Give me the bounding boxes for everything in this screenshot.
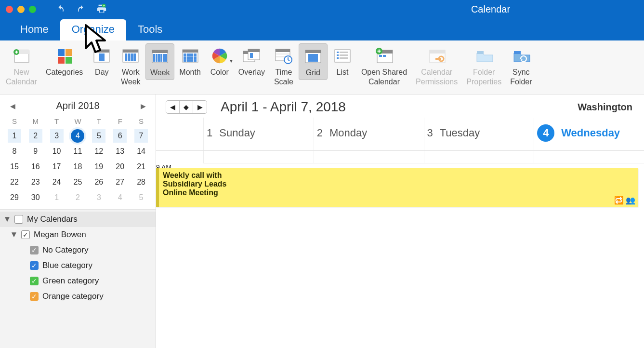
- mini-cal-day[interactable]: 17: [50, 160, 64, 174]
- mini-cal-day[interactable]: 1: [50, 191, 64, 204]
- allday-cell[interactable]: [203, 151, 314, 163]
- mini-cal-day[interactable]: 23: [29, 175, 42, 189]
- mini-cal-day[interactable]: 28: [134, 175, 148, 189]
- day-view-button[interactable]: Day: [88, 43, 116, 79]
- svg-rect-4: [58, 49, 65, 56]
- mini-cal-day[interactable]: 27: [113, 175, 127, 189]
- disclosure-triangle-icon[interactable]: ▼: [4, 214, 11, 224]
- minimize-window-button[interactable]: [17, 6, 25, 13]
- print-icon[interactable]: [96, 4, 107, 14]
- redo-icon[interactable]: [76, 5, 86, 13]
- titlebar: Calendar: [0, 0, 644, 18]
- category-row[interactable]: Blue category: [0, 258, 156, 273]
- mini-cal-day[interactable]: 8: [8, 145, 21, 158]
- new-calendar-button[interactable]: New Calendar: [2, 43, 41, 89]
- overlay-button[interactable]: Overlay: [235, 43, 269, 79]
- mini-cal-day[interactable]: 4: [113, 191, 127, 204]
- attendees-icon: 👥: [626, 196, 635, 205]
- week-prev-button[interactable]: ◀: [166, 101, 180, 113]
- folder-properties-button[interactable]: Folder Properties: [462, 43, 505, 89]
- week-today-button[interactable]: ◆: [180, 101, 193, 113]
- category-row[interactable]: Orange category: [0, 289, 156, 304]
- mini-cal-day[interactable]: 5: [134, 191, 148, 204]
- svg-rect-27: [184, 54, 186, 56]
- month-view-button[interactable]: Month: [175, 43, 204, 79]
- time-scale-button[interactable]: Time Scale: [270, 43, 298, 89]
- mini-cal-day[interactable]: 21: [134, 160, 148, 174]
- week-next-button[interactable]: ▶: [193, 101, 207, 113]
- mini-cal-day[interactable]: 1: [8, 129, 21, 143]
- category-checkbox[interactable]: [30, 292, 39, 301]
- open-shared-calendar-button[interactable]: Open Shared Calendar: [357, 43, 411, 89]
- mini-cal-day[interactable]: 2: [29, 129, 42, 143]
- mini-cal-day[interactable]: 4: [71, 129, 84, 143]
- mini-cal-day[interactable]: 16: [29, 160, 42, 174]
- category-checkbox[interactable]: [30, 277, 39, 285]
- mini-cal-day[interactable]: 26: [92, 175, 105, 189]
- allday-cell[interactable]: [314, 151, 424, 163]
- category-checkbox[interactable]: [30, 246, 39, 254]
- mini-cal-day[interactable]: 19: [92, 160, 105, 174]
- mini-cal-day[interactable]: 18: [71, 160, 84, 174]
- day-number: 3: [427, 127, 433, 139]
- mini-cal-day[interactable]: 11: [71, 145, 84, 158]
- grid-view-button[interactable]: Grid: [299, 43, 328, 80]
- day-column-header[interactable]: 2Monday: [314, 118, 424, 150]
- svg-rect-65: [430, 50, 445, 54]
- mini-cal-day[interactable]: 22: [8, 175, 21, 189]
- calendar-list-header[interactable]: ▼ My Calendars: [0, 212, 156, 227]
- owner-checkbox[interactable]: [21, 230, 30, 239]
- color-button[interactable]: ▼ Color: [206, 43, 234, 79]
- time-slot[interactable]: Weekly call withSubsidiary LeadsOnline M…: [424, 171, 534, 179]
- day-column-header[interactable]: 3Tuesday: [424, 118, 534, 150]
- calendar-permissions-button[interactable]: Calendar Permissions: [412, 43, 461, 89]
- allday-cell[interactable]: [534, 151, 644, 163]
- category-row[interactable]: Green category: [0, 273, 156, 289]
- mini-cal-day[interactable]: 15: [8, 160, 21, 174]
- my-calendars-checkbox[interactable]: [14, 215, 23, 224]
- svg-rect-31: [184, 56, 186, 59]
- sync-folder-button[interactable]: Sync Folder: [506, 43, 536, 89]
- mini-cal-day[interactable]: 3: [92, 191, 105, 204]
- mini-cal-next-button[interactable]: ▶: [138, 101, 148, 111]
- mini-cal-day[interactable]: 29: [8, 191, 21, 204]
- allday-cell[interactable]: [424, 151, 534, 163]
- category-checkbox[interactable]: [30, 261, 39, 270]
- category-row[interactable]: No Category: [0, 242, 156, 258]
- mini-cal-day[interactable]: 14: [134, 145, 148, 158]
- tab-organize[interactable]: Organize: [60, 19, 126, 40]
- mini-cal-day[interactable]: 20: [113, 160, 127, 174]
- svg-rect-50: [305, 50, 321, 53]
- ribbon-tabs: Home Organize Tools: [0, 18, 644, 40]
- mini-cal-day[interactable]: 24: [50, 175, 64, 189]
- mini-cal-day[interactable]: 6: [113, 129, 127, 143]
- mini-cal-day[interactable]: 12: [92, 145, 105, 158]
- close-window-button[interactable]: [6, 6, 13, 13]
- calendar-owner-row[interactable]: ▼ Megan Bowen: [0, 227, 156, 242]
- mini-cal-day[interactable]: 9: [29, 145, 42, 158]
- mini-cal-dow: S: [131, 115, 152, 127]
- categories-button[interactable]: Categories: [42, 43, 87, 79]
- mini-cal-day[interactable]: 10: [50, 145, 64, 158]
- tab-tools[interactable]: Tools: [126, 19, 174, 40]
- fullscreen-window-button[interactable]: [29, 6, 36, 13]
- mini-cal-day[interactable]: 13: [113, 145, 127, 158]
- tab-home[interactable]: Home: [9, 19, 60, 40]
- work-week-view-button[interactable]: Work Week: [117, 43, 145, 89]
- mini-cal-day[interactable]: 7: [134, 129, 148, 143]
- calendar-event[interactable]: Weekly call withSubsidiary LeadsOnline M…: [156, 168, 638, 207]
- day-column-header[interactable]: 1Sunday: [203, 118, 314, 150]
- week-view-button[interactable]: Week: [145, 43, 174, 80]
- mini-cal-day[interactable]: 3: [50, 129, 64, 143]
- mini-cal-day[interactable]: 5: [92, 129, 105, 143]
- svg-rect-6: [58, 57, 65, 64]
- open-shared-calendar-icon: [374, 45, 394, 67]
- disclosure-triangle-icon[interactable]: ▼: [11, 230, 17, 240]
- mini-cal-day[interactable]: 25: [71, 175, 84, 189]
- mini-cal-day[interactable]: 30: [29, 191, 42, 204]
- list-view-button[interactable]: List: [329, 43, 356, 79]
- undo-icon[interactable]: [55, 5, 66, 13]
- day-column-header[interactable]: 4Wednesday: [534, 118, 644, 150]
- mini-cal-day[interactable]: 2: [71, 191, 84, 204]
- mini-cal-prev-button[interactable]: ◀: [8, 101, 17, 111]
